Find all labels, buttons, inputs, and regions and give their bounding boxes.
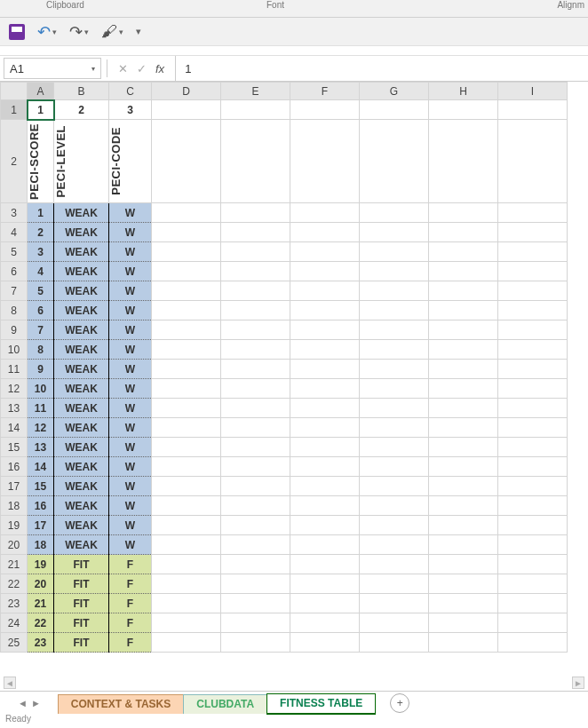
- cell[interactable]: [360, 100, 429, 120]
- cell[interactable]: [429, 281, 498, 301]
- column-header[interactable]: I: [498, 83, 568, 100]
- cell[interactable]: [290, 301, 360, 320]
- cell[interactable]: [152, 379, 221, 399]
- cell[interactable]: WEAK: [54, 203, 109, 223]
- cell[interactable]: FIT: [54, 613, 109, 633]
- column-header[interactable]: G: [360, 83, 429, 100]
- cell[interactable]: 23: [28, 633, 54, 653]
- formula-bar-input[interactable]: 1: [175, 56, 588, 81]
- cell[interactable]: WEAK: [54, 438, 109, 457]
- column-header[interactable]: H: [429, 83, 498, 100]
- cell[interactable]: 19: [28, 555, 54, 574]
- cell[interactable]: [498, 242, 568, 262]
- cell[interactable]: 15: [28, 477, 54, 496]
- cell[interactable]: W: [109, 477, 152, 496]
- cell[interactable]: 17: [28, 516, 54, 535]
- column-header[interactable]: B: [54, 83, 109, 100]
- cell[interactable]: 9: [28, 360, 54, 379]
- tab-fitness-table[interactable]: FITNESS TABLE: [266, 693, 376, 715]
- cell[interactable]: [498, 613, 568, 633]
- cell[interactable]: PECI-LEVEL: [54, 120, 109, 203]
- cell[interactable]: [152, 281, 221, 301]
- cell[interactable]: F: [109, 555, 152, 574]
- cell[interactable]: 2: [54, 100, 109, 120]
- undo-button[interactable]: ↶▾: [37, 22, 57, 42]
- cell[interactable]: [221, 262, 290, 281]
- cell[interactable]: W: [109, 223, 152, 242]
- cell[interactable]: [290, 242, 360, 262]
- cell[interactable]: [152, 399, 221, 418]
- cell[interactable]: [360, 360, 429, 379]
- cell[interactable]: [152, 516, 221, 535]
- cell[interactable]: WEAK: [54, 399, 109, 418]
- cell[interactable]: [221, 438, 290, 457]
- cell[interactable]: [221, 633, 290, 653]
- cell[interactable]: [360, 242, 429, 262]
- cell[interactable]: [290, 223, 360, 242]
- cell[interactable]: [360, 574, 429, 594]
- scroll-right-icon[interactable]: ►: [572, 677, 584, 689]
- cell[interactable]: [498, 320, 568, 340]
- cell[interactable]: [429, 399, 498, 418]
- cell[interactable]: W: [109, 301, 152, 320]
- cell[interactable]: 3: [28, 242, 54, 262]
- cell[interactable]: [360, 438, 429, 457]
- cell[interactable]: [290, 379, 360, 399]
- row-header[interactable]: 18: [1, 496, 28, 516]
- tab-prev-icon[interactable]: ◄: [18, 698, 28, 708]
- fx-icon[interactable]: fx: [155, 62, 164, 75]
- cell[interactable]: [152, 535, 221, 555]
- row-header[interactable]: 15: [1, 438, 28, 457]
- cell[interactable]: [152, 242, 221, 262]
- cell[interactable]: W: [109, 516, 152, 535]
- cell[interactable]: [429, 555, 498, 574]
- cell[interactable]: 21: [28, 594, 54, 613]
- cell[interactable]: [290, 438, 360, 457]
- cell[interactable]: [429, 262, 498, 281]
- cell[interactable]: [429, 320, 498, 340]
- cell[interactable]: [221, 203, 290, 223]
- cell[interactable]: [221, 242, 290, 262]
- row-header[interactable]: 4: [1, 223, 28, 242]
- cell[interactable]: [429, 516, 498, 535]
- tab-context-tasks[interactable]: CONTEXT & TASKS: [58, 694, 184, 714]
- tab-next-icon[interactable]: ►: [31, 698, 41, 708]
- name-box[interactable]: A1 ▾: [4, 58, 101, 79]
- cell[interactable]: [429, 574, 498, 594]
- cell[interactable]: [221, 496, 290, 516]
- column-header[interactable]: F: [290, 83, 360, 100]
- cell[interactable]: [429, 360, 498, 379]
- cell[interactable]: [498, 262, 568, 281]
- cell[interactable]: WEAK: [54, 457, 109, 477]
- cell[interactable]: [498, 340, 568, 360]
- row-header[interactable]: 24: [1, 613, 28, 633]
- cell[interactable]: [498, 477, 568, 496]
- cell[interactable]: W: [109, 399, 152, 418]
- cell[interactable]: [290, 613, 360, 633]
- qat-customize[interactable]: ▾: [136, 26, 141, 37]
- cell[interactable]: [429, 223, 498, 242]
- redo-button[interactable]: ↷▾: [69, 22, 89, 42]
- cell[interactable]: [290, 340, 360, 360]
- row-header[interactable]: 13: [1, 399, 28, 418]
- row-header[interactable]: 7: [1, 281, 28, 301]
- cell[interactable]: 16: [28, 496, 54, 516]
- cell[interactable]: [429, 477, 498, 496]
- row-header[interactable]: 6: [1, 262, 28, 281]
- cell[interactable]: W: [109, 438, 152, 457]
- cell[interactable]: [290, 399, 360, 418]
- cell[interactable]: [221, 399, 290, 418]
- cell[interactable]: [498, 594, 568, 613]
- cell[interactable]: 13: [28, 438, 54, 457]
- cell[interactable]: [429, 340, 498, 360]
- cell[interactable]: F: [109, 613, 152, 633]
- cell[interactable]: FIT: [54, 633, 109, 653]
- cell[interactable]: [221, 100, 290, 120]
- cell[interactable]: [221, 535, 290, 555]
- row-header[interactable]: 5: [1, 242, 28, 262]
- row-header[interactable]: 3: [1, 203, 28, 223]
- spreadsheet-grid[interactable]: A B C D E F G H I 11232PECI-SCOREPECI-LE…: [0, 82, 588, 694]
- cell[interactable]: [221, 360, 290, 379]
- cell[interactable]: 6: [28, 301, 54, 320]
- cell[interactable]: [429, 203, 498, 223]
